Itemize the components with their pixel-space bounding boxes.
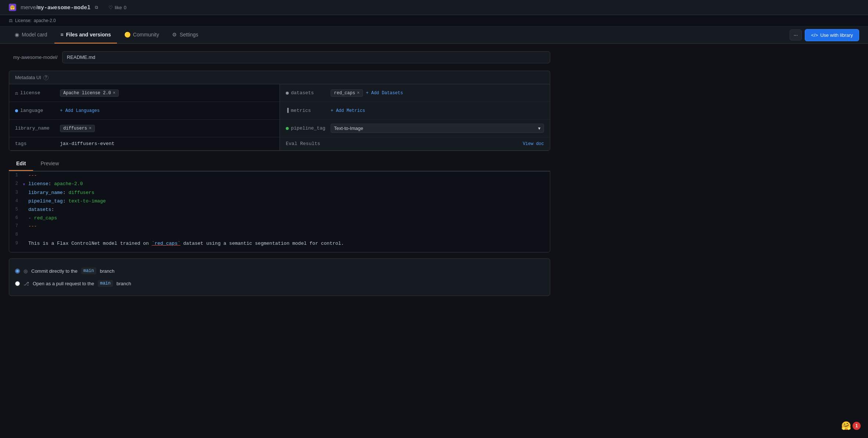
- hf-emoji-icon: 🤗: [841, 421, 851, 431]
- code-line-2: 2 ▾ license: apache-2.0: [9, 180, 550, 189]
- code-line-7: 7 ---: [9, 222, 550, 231]
- license-tag: Apache license 2.0 ×: [60, 89, 119, 97]
- code-line-4: 4 pipeline_tag: text-to-image: [9, 197, 550, 206]
- datasets-tag: red_caps ×: [331, 89, 363, 97]
- repo-owner[interactable]: merve: [21, 4, 36, 10]
- pipeline-tag-key: pipeline_tag: [286, 126, 326, 131]
- file-path-row: my-awesome-model/: [9, 51, 550, 63]
- tab-model-card[interactable]: ◉ Model card: [9, 27, 53, 43]
- commit-pr-radio[interactable]: [15, 281, 20, 286]
- notification-count: 1: [853, 422, 861, 430]
- use-with-library-button[interactable]: </> Use with library: [805, 29, 859, 41]
- preview-tab[interactable]: Preview: [33, 157, 66, 171]
- language-key: language: [15, 108, 56, 113]
- edit-tab[interactable]: Edit: [9, 157, 33, 171]
- tab-settings[interactable]: ⚙ Settings: [166, 27, 204, 43]
- like-count: 0: [124, 5, 126, 10]
- add-metrics-link[interactable]: + Add Metrics: [331, 108, 365, 113]
- red-caps-link[interactable]: `red_caps`: [152, 241, 180, 246]
- pr-icon: ⎇: [24, 281, 29, 286]
- license-value: apache-2.0: [34, 18, 56, 23]
- repo-icon: 🤗: [9, 4, 16, 11]
- settings-label: Settings: [179, 32, 198, 38]
- info-icon[interactable]: ?: [43, 75, 49, 80]
- community-label: Community: [133, 32, 159, 38]
- commit-direct-option: ◎ Commit directly to the main branch: [15, 265, 544, 277]
- metadata-grid: ⚖ license Apache license 2.0 × datasets: [9, 84, 550, 151]
- eval-results-key: Eval Results: [286, 141, 320, 146]
- datasets-key: datasets: [286, 90, 326, 96]
- filename-input[interactable]: [62, 51, 550, 63]
- commit-options: ◎ Commit directly to the main branch ⎇ O…: [9, 258, 550, 296]
- eval-results-row: Eval Results View doc: [280, 137, 550, 151]
- edit-preview-tabs: Edit Preview: [9, 157, 550, 171]
- community-icon: 🟡: [124, 32, 131, 38]
- license-remove[interactable]: ×: [113, 91, 115, 96]
- pipeline-dot: [286, 127, 289, 130]
- metadata-section: ⚖ license Apache license 2.0 × datasets: [9, 84, 550, 151]
- notification-badge: 🤗 1: [841, 421, 861, 431]
- library-name-tag: diffusers ×: [60, 125, 95, 132]
- repo-title: merve/my-awesome-model: [21, 4, 90, 11]
- license-value-cell: Apache license 2.0 ×: [60, 89, 274, 97]
- license-icon: ⚖: [9, 18, 13, 23]
- commit-pr-suffix: branch: [117, 281, 131, 286]
- code-line-3: 3 library_name: diffusers: [9, 189, 550, 197]
- language-dot: [15, 109, 18, 112]
- code-line-6: 6 - red_caps: [9, 214, 550, 223]
- chevron-down-icon: ▾: [538, 126, 541, 131]
- commit-direct-radio[interactable]: [15, 269, 20, 273]
- code-line-9: 9 This is a Flax ControlNet model traine…: [9, 239, 550, 252]
- view-doc-link[interactable]: View doc: [523, 141, 544, 146]
- datasets-remove[interactable]: ×: [357, 91, 360, 96]
- license-row: ⚖ license Apache license 2.0 ×: [9, 84, 280, 102]
- copy-icon[interactable]: ⧉: [95, 5, 98, 10]
- use-library-label: Use with library: [820, 32, 853, 38]
- commit-main-branch-2: main: [98, 280, 113, 287]
- repo-name[interactable]: my-awesome-model: [38, 5, 90, 11]
- code-icon: </>: [811, 32, 818, 38]
- settings-icon: ⚙: [172, 32, 177, 38]
- model-card-label: Model card: [22, 32, 47, 38]
- metadata-ui-bar: Metadata UI ?: [9, 71, 550, 84]
- main-content: my-awesome-model/ Metadata UI ? ⚖ licens…: [0, 44, 559, 303]
- nav-tabs-left: ◉ Model card ≡ Files and versions 🟡 Comm…: [9, 27, 204, 43]
- library-name-value-cell: diffusers ×: [60, 125, 274, 132]
- license-bar: ⚖ License: apache-2.0: [0, 15, 868, 27]
- metrics-value-cell: + Add Metrics: [331, 108, 544, 113]
- code-line-8: 8: [9, 231, 550, 239]
- commit-pr-option: ⎇ Open as a pull request to the main bra…: [15, 277, 544, 290]
- license-label: License:: [15, 18, 32, 23]
- metrics-key: ▐ metrics: [286, 108, 326, 113]
- commit-direct-icon: ◎: [24, 268, 28, 274]
- license-meta-icon: ⚖: [15, 90, 18, 96]
- tab-files-and-versions[interactable]: ≡ Files and versions: [54, 27, 117, 43]
- datasets-row: datasets red_caps × + Add Datasets: [280, 84, 550, 102]
- add-languages-link[interactable]: + Add Languages: [60, 108, 100, 113]
- tags-row: tags: [9, 137, 280, 151]
- top-bar: 🤗 merve/my-awesome-model ⧉ ♡ like 0: [0, 0, 868, 15]
- datasets-dot: [286, 92, 289, 95]
- pipeline-tag-value-cell: Text-to-Image ▾: [331, 124, 544, 133]
- pipeline-tag-select[interactable]: Text-to-Image ▾: [331, 124, 544, 133]
- add-datasets-link[interactable]: + Add Datasets: [366, 91, 403, 96]
- model-card-icon: ◉: [15, 32, 19, 38]
- nav-tabs: ◉ Model card ≡ Files and versions 🟡 Comm…: [0, 27, 868, 44]
- tab-community[interactable]: 🟡 Community: [118, 27, 165, 43]
- library-name-key: library_name: [15, 126, 56, 131]
- commit-direct-suffix: branch: [100, 268, 115, 274]
- datasets-value-cell: red_caps × + Add Datasets: [331, 89, 544, 97]
- code-editor[interactable]: 1 --- 2 ▾ license: apache-2.0 3 library_…: [9, 171, 550, 252]
- library-name-remove[interactable]: ×: [89, 126, 92, 131]
- code-line-5: 5 datasets:: [9, 206, 550, 214]
- language-row: language + Add Languages: [9, 102, 280, 120]
- like-label: like: [115, 5, 122, 10]
- like-button[interactable]: ♡ like 0: [108, 5, 127, 10]
- more-button[interactable]: ···: [790, 29, 802, 40]
- license-key: ⚖ license: [15, 90, 56, 96]
- pipeline-tag-row: pipeline_tag Text-to-Image ▾: [280, 120, 550, 137]
- nav-tabs-right: ··· </> Use with library: [790, 29, 859, 41]
- tags-key: tags: [15, 141, 56, 146]
- file-path-prefix: my-awesome-model/: [9, 52, 62, 63]
- tags-input[interactable]: [60, 141, 274, 146]
